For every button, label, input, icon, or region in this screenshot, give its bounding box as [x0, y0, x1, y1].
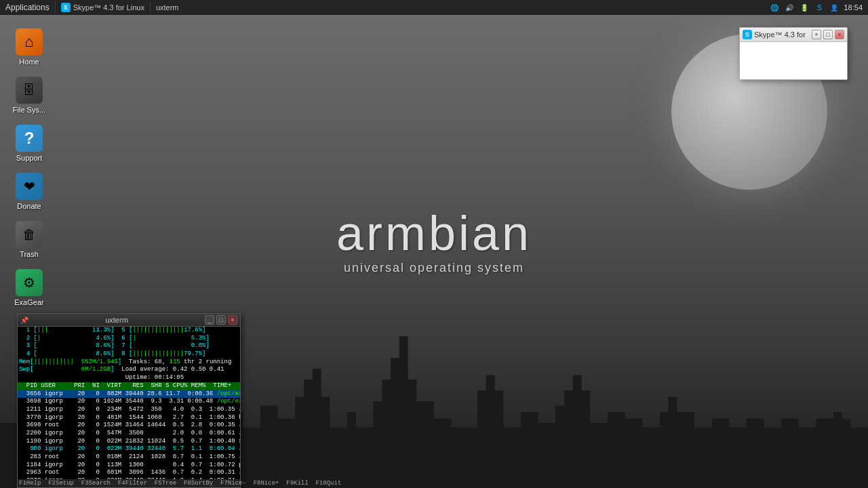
system-time: 18:54	[844, 3, 863, 12]
support-icon: ?	[16, 125, 43, 152]
term-process-10: 1184 igorp 20 0 113M 1300 0.4 0.7 1:00.7…	[18, 462, 240, 470]
trash-icon-label: Trash	[20, 250, 39, 258]
taskbar: Applications S Skype™ 4.3 for Linux uxte…	[0, 0, 868, 15]
skype-window: S Skype™ 4.3 for + □ ×	[739, 27, 848, 80]
skype-tray-icon[interactable]: S	[814, 2, 825, 13]
term-uptime-line: Uptime: 00:14:05	[18, 374, 240, 382]
exagear-icon-label: ExaGear	[14, 298, 43, 306]
home-icon: ⌂	[16, 28, 43, 56]
desktop-icon-files[interactable]: 🗄 File Sys...	[5, 74, 53, 117]
user-icon: 👤	[829, 2, 840, 13]
skype-window-title: Skype™ 4.3 for	[754, 30, 810, 39]
support-icon-label: Support	[16, 154, 43, 162]
term-process-4: 3770 igorp 20 0 481M 1544 1060 2.7 0.1 1…	[18, 414, 240, 422]
desktop-icon-trash[interactable]: 🗑 Trash	[5, 218, 53, 261]
armbian-branding: armbian universal operating system	[336, 205, 532, 275]
battery-icon: 🔋	[799, 2, 810, 13]
skype-titlebar: S Skype™ 4.3 for + □ ×	[740, 28, 847, 42]
uxterm-bottom-bar[interactable]: F1Help F2Setup F3Search F4Filter F5Tree …	[18, 479, 240, 487]
skype-maximize-button[interactable]: □	[823, 30, 833, 39]
volume-icon: 🔊	[784, 2, 795, 13]
term-process-12: 3878 igorp 20 0 021M 39440 32440 1.0 1.4…	[18, 477, 240, 479]
term-process-header: PID USER PRI NI VIRT RES SHR S CPU% MEM%…	[18, 382, 240, 390]
exagear-icon: ⚙	[16, 269, 43, 296]
uxterm-minimize-button[interactable]: _	[205, 315, 214, 325]
uxterm-window: 📌 uxterm _ □ × 1 [||| 11.3%] 5 [||||||||…	[17, 313, 241, 488]
term-process-7: 1190 igorp 20 0 022M 21832 11024 0.5 0.7…	[18, 438, 240, 446]
donate-icon: ❤	[16, 173, 43, 200]
desktop-icon-support[interactable]: ? Support	[5, 122, 53, 165]
skype-taskbar-icon: S	[61, 3, 71, 12]
term-process-5: 3698 root 20 0 1524M 31464 14644 0.5 2.8…	[18, 422, 240, 430]
uxterm-titlebar: 📌 uxterm _ □ ×	[18, 314, 240, 327]
uxterm-taskbar-label: uxterm	[156, 3, 179, 12]
files-icon-label: File Sys...	[13, 106, 45, 114]
term-mem-line: Mem[||||||||||| 552M/1.94G] Tasks: 68, 1…	[18, 359, 240, 367]
term-process-8: 800 igorp 20 0 022M 39440 32440 5.7 1.1 …	[18, 445, 240, 453]
uxterm-terminal-content[interactable]: 1 [||| 11.3%] 5 [||||||||||||||17.6%] 2 …	[18, 327, 240, 479]
term-process-11: 2963 root 20 0 601M 3096 1436 0.7 0.2 0:…	[18, 469, 240, 477]
taskbar-left: Applications S Skype™ 4.3 for Linux uxte…	[0, 1, 184, 14]
term-process-2: 3698 igorp 20 0 1024M 35440 9.3 3.31 0:0…	[18, 398, 240, 406]
desktop-icon-exagear[interactable]: ⚙ ExaGear	[5, 266, 53, 309]
taskbar-uxterm-item[interactable]: uxterm	[150, 2, 184, 13]
desktop-icon-donate[interactable]: ❤ Donate	[5, 170, 53, 213]
skype-taskbar-label: Skype™ 4.3 for Linux	[73, 3, 144, 12]
term-cpu-line-2: 2 [| 4.6%] 6 [| 5.3%]	[18, 335, 240, 343]
desktop-icon-home[interactable]: ⌂ Home	[5, 26, 53, 68]
armbian-subtitle: universal operating system	[336, 261, 532, 275]
taskbar-skype-item[interactable]: S Skype™ 4.3 for Linux	[55, 1, 150, 14]
term-cpu-line-4: 4 [ 8.6%] 8 [||||||||||||||79.7%]	[18, 350, 240, 359]
skype-close-button[interactable]: ×	[835, 30, 844, 39]
term-process-3: 1211 igorp 20 0 234M 5472 350 4.0 0.3 1:…	[18, 406, 240, 414]
home-icon-label: Home	[19, 58, 39, 66]
term-process-6: 2200 igorp 20 0 547M 3500 2.0 0.0 0:00.6…	[18, 430, 240, 438]
uxterm-close-button[interactable]: ×	[228, 315, 237, 325]
term-swp-line: Swp[ 0M/1.2GB] Load average: 0.42 0.50 0…	[18, 366, 240, 374]
skype-content-area	[740, 42, 847, 79]
donate-icon-label: Donate	[17, 202, 41, 210]
term-process-1: 3656 igorp 20 0 882M 39440 28.6 11.7 0:0…	[18, 390, 240, 399]
desktop-icons-container: ⌂ Home 🗄 File Sys... ? Support ❤ Donate …	[0, 20, 58, 314]
skype-minimize-button[interactable]: +	[812, 30, 821, 39]
files-icon: 🗄	[16, 77, 43, 104]
armbian-title: armbian	[336, 205, 532, 261]
applications-menu[interactable]: Applications	[0, 1, 55, 14]
uxterm-maximize-button[interactable]: □	[216, 315, 226, 325]
network-icon: 🌐	[769, 2, 780, 13]
uxterm-title: uxterm	[31, 316, 203, 324]
term-cpu-line-3: 3 [ 8.6%] 7 [ 0.0%]	[18, 342, 240, 350]
desktop: armbian universal operating system Appli…	[0, 0, 868, 488]
skype-window-icon: S	[743, 30, 752, 39]
uxterm-pin-icon[interactable]: 📌	[20, 317, 28, 324]
term-process-9: 283 root 20 0 010M 2124 1028 0.7 0.1 1:0…	[18, 453, 240, 462]
trash-icon: 🗑	[16, 221, 43, 248]
taskbar-right: 🌐 🔊 🔋 S 👤 18:54	[769, 2, 868, 13]
term-cpu-line-1: 1 [||| 11.3%] 5 [||||||||||||||17.6%]	[18, 327, 240, 335]
